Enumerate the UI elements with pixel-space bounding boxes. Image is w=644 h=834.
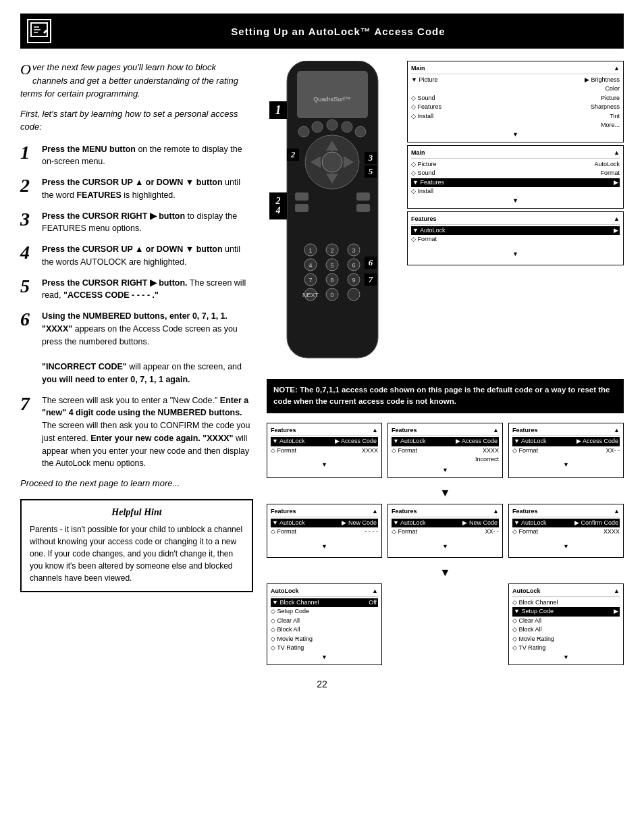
svg-text:3: 3 — [352, 247, 355, 254]
svg-point-16 — [342, 122, 352, 132]
svg-rect-19 — [295, 204, 308, 212]
svg-point-44 — [348, 288, 360, 301]
svg-rect-20 — [356, 192, 370, 201]
svg-text:NEXT: NEXT — [302, 292, 319, 298]
svg-rect-18 — [295, 192, 308, 201]
svg-text:4: 4 — [308, 262, 312, 269]
svg-text:6: 6 — [352, 262, 355, 269]
intro-text-body: ver the next few pages you'll learn how … — [20, 62, 238, 99]
svg-text:1: 1 — [308, 247, 312, 254]
intro-text-sub: First, let's start by learning how to se… — [20, 107, 253, 134]
header-icon — [27, 19, 51, 43]
step-number-5: 5 — [20, 277, 35, 296]
svg-text:3: 3 — [368, 153, 373, 163]
svg-text:5: 5 — [369, 166, 373, 176]
step-number-6: 6 — [20, 310, 35, 329]
step-text-5: Press the CURSOR RIGHT ▶ but­ton. The sc… — [42, 277, 253, 303]
menu-screen-main2: Main▲ ◇ Picture AutoLock ◇ Sound Format … — [407, 145, 624, 209]
menu-screen-new-blank: Features▲ ▼ AutoLock▶ New Code ◇ Format … — [267, 504, 382, 558]
svg-rect-21 — [356, 204, 370, 212]
svg-point-15 — [327, 120, 338, 130]
step-number-3: 3 — [20, 210, 35, 229]
menu-screen-autolock2: AutoLock▲ ◇ Block Channel ▼ Setup Code▶ … — [508, 583, 624, 665]
step-1: 1 Press the MENU button on the remote to… — [20, 143, 253, 169]
svg-text:2: 2 — [330, 247, 333, 254]
step-number-1: 1 — [20, 143, 35, 162]
badge-1: 1 — [269, 101, 287, 119]
step-7: 7 The screen will ask you to enter a "Ne… — [20, 394, 253, 471]
svg-point-13 — [298, 126, 309, 137]
menu-screen-confirm: Features▲ ▼ AutoLock▶ Confirm Code ◇ For… — [508, 504, 624, 558]
note-box: NOTE: The 0,7,1,1 access code shown on t… — [267, 379, 624, 413]
step-4: 4 Press the CURSOR UP ▲ or DOWN ▼ button… — [20, 243, 253, 269]
screen-row-new: Features▲ ▼ AutoLock▶ New Code ◇ Format … — [267, 504, 624, 558]
arrow-down-2: ▼ — [267, 567, 624, 578]
remote-illustration: 1 24 QuadraSurf™ — [267, 61, 402, 373]
svg-text:2: 2 — [290, 149, 296, 159]
proceed-text: Proceed to the next page to learn more..… — [20, 478, 253, 488]
step-text-6: Using the NUMBERED buttons, enter 0, 7, … — [42, 310, 253, 386]
svg-text:6: 6 — [369, 257, 373, 267]
top-section: 1 24 QuadraSurf™ — [267, 61, 624, 373]
empty-spacer — [387, 583, 503, 665]
svg-text:7: 7 — [369, 274, 373, 284]
svg-text:9: 9 — [352, 277, 355, 284]
main-content: O ver the next few pages you'll learn ho… — [20, 61, 624, 665]
step-5: 5 Press the CURSOR RIGHT ▶ but­ton. The … — [20, 277, 253, 303]
step-text-4: Press the CURSOR UP ▲ or DOWN ▼ button u… — [42, 243, 253, 269]
title-text: Setting Up an AutoLock™ Access Code — [231, 26, 445, 37]
svg-point-12 — [322, 152, 342, 172]
menu-screen-access-xx: Features▲ ▼ AutoLock▶ Access Code ◇ Form… — [508, 423, 624, 479]
hint-text: Parents - it isn't possible for your chi… — [30, 523, 244, 584]
step-text-2: Press the CURSOR UP ▲ or DOWN ▼ button u… — [42, 176, 253, 202]
step-3: 3 Press the CURSOR RIGHT ▶ but­ton to di… — [20, 210, 253, 236]
hint-box: Helpful Hint Parents - it isn't possible… — [20, 499, 253, 592]
screen-row-autolock: AutoLock▲ ▼ Block ChannelOff ◇ Setup Cod… — [267, 583, 624, 665]
menu-screen-autolock1: AutoLock▲ ▼ Block ChannelOff ◇ Setup Cod… — [267, 583, 382, 665]
right-column: 1 24 QuadraSurf™ — [267, 61, 624, 665]
drop-cap: O — [20, 62, 31, 77]
step-number-4: 4 — [20, 243, 35, 262]
svg-rect-5 — [297, 71, 368, 118]
arrow-down-1: ▼ — [267, 488, 624, 498]
menu-screen-access-blank: Features▲ ▼ AutoLock▶ Access Code ◇ Form… — [267, 423, 382, 479]
step-6: 6 Using the NUMBERED buttons, enter 0, 7… — [20, 310, 253, 386]
svg-text:8: 8 — [330, 277, 333, 284]
step-text-7: The screen will ask you to enter a "New … — [42, 394, 253, 471]
step-number-2: 2 — [20, 176, 35, 195]
svg-point-17 — [355, 126, 366, 137]
top-right-screens: Main▲ ▼ Picture▶ Brightness Color ◇ Soun… — [407, 61, 624, 265]
menu-screen-access-incorrect: Features▲ ▼ AutoLock▶ Access Code ◇ Form… — [387, 423, 503, 479]
step-text-1: Press the MENU button on the remote to d… — [42, 143, 253, 169]
screen-row-access: Features▲ ▼ AutoLock▶ Access Code ◇ Form… — [267, 423, 624, 479]
step-2: 2 Press the CURSOR UP ▲ or DOWN ▼ button… — [20, 176, 253, 202]
step-text-3: Press the CURSOR RIGHT ▶ but­ton to disp… — [42, 210, 253, 236]
svg-text:5: 5 — [330, 262, 333, 269]
menu-screen-features1: Features▲ ▼ AutoLock▶ ◇ Format ▼ — [407, 211, 624, 265]
step-number-7: 7 — [20, 394, 35, 413]
svg-text:QuadraSurf™: QuadraSurf™ — [313, 96, 351, 103]
page-number: 22 — [20, 679, 624, 689]
svg-text:7: 7 — [308, 277, 312, 284]
hint-title: Helpful Hint — [30, 507, 244, 518]
menu-screen-new-xx: Features▲ ▼ AutoLock▶ New Code ◇ Format … — [387, 504, 503, 558]
page-title: Setting Up an AutoLock™ Access Code — [59, 26, 617, 37]
svg-text:0: 0 — [330, 292, 333, 298]
page: Setting Up an AutoLock™ Access Code O ve… — [0, 0, 644, 834]
svg-point-14 — [312, 122, 323, 132]
intro-paragraph: O ver the next few pages you'll learn ho… — [20, 61, 253, 134]
left-column: O ver the next few pages you'll learn ho… — [20, 61, 253, 665]
badge-24: 24 — [269, 192, 287, 219]
page-header: Setting Up an AutoLock™ Access Code — [20, 14, 624, 49]
menu-screen-main1: Main▲ ▼ Picture▶ Brightness Color ◇ Soun… — [407, 61, 624, 142]
